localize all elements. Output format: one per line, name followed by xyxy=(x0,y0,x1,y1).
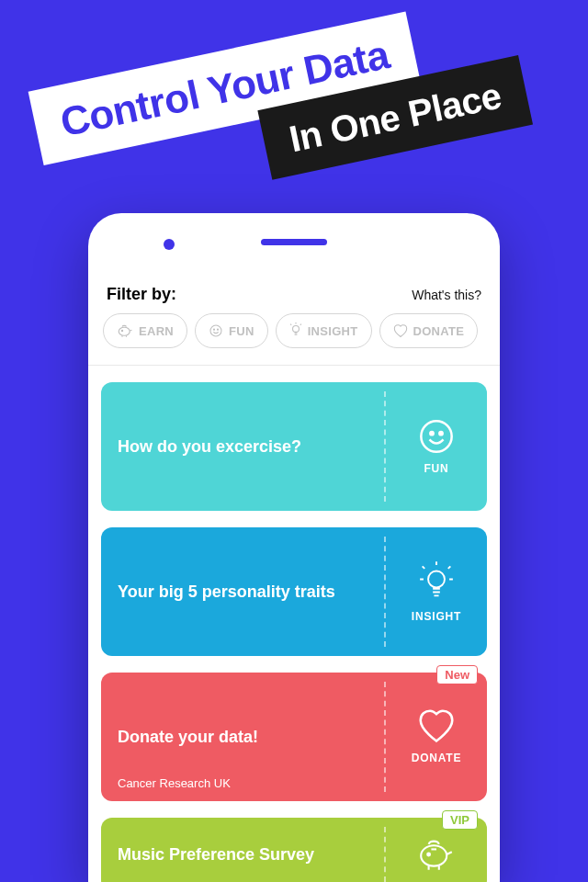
heart-icon xyxy=(417,709,456,744)
card-tag: INSIGHT xyxy=(412,610,461,623)
svg-point-9 xyxy=(428,571,445,588)
filter-label: Filter by: xyxy=(107,285,176,304)
camera-icon xyxy=(164,239,175,250)
chip-label: EARN xyxy=(139,324,174,338)
chip-earn[interactable]: EARN xyxy=(103,313,187,348)
chip-label: DONATE xyxy=(413,324,465,338)
phone-frame: Filter by: What's this? EARN FUN INSIG xyxy=(88,213,500,882)
survey-card[interactable]: New Donate your data! Cancer Research UK… xyxy=(101,673,487,801)
card-title: Donate your data! xyxy=(118,728,368,747)
svg-point-2 xyxy=(210,325,221,336)
chip-fun[interactable]: FUN xyxy=(195,313,268,348)
survey-card[interactable]: VIP Music Preference Survey xyxy=(101,818,487,882)
chip-label: INSIGHT xyxy=(308,324,358,338)
screen-content: Filter by: What's this? EARN FUN INSIG xyxy=(88,254,500,882)
svg-point-1 xyxy=(121,330,122,331)
hero-banner: Control Your Data In One Place xyxy=(28,0,560,226)
chip-donate[interactable]: DONATE xyxy=(379,313,479,348)
svg-point-3 xyxy=(214,329,215,330)
card-subtitle: Cancer Research UK xyxy=(118,776,231,790)
bulb-icon xyxy=(289,322,302,339)
svg-point-0 xyxy=(119,327,130,335)
card-title: Your big 5 personality traits xyxy=(118,582,368,602)
svg-point-4 xyxy=(218,329,219,330)
bulb-icon xyxy=(418,560,455,603)
phone-notch xyxy=(88,213,500,254)
chip-insight[interactable]: INSIGHT xyxy=(276,313,372,348)
piggy-icon xyxy=(417,838,456,871)
badge-new: New xyxy=(436,665,478,684)
card-tag: FUN xyxy=(424,462,448,475)
piggy-icon xyxy=(117,323,133,338)
filter-chips: EARN FUN INSIGHT DONATE xyxy=(101,313,487,365)
smile-icon xyxy=(209,323,223,338)
smile-icon xyxy=(418,418,455,455)
card-tag: DONATE xyxy=(412,752,462,764)
chip-label: FUN xyxy=(229,324,254,338)
survey-card[interactable]: Your big 5 personality traits INSIGHT xyxy=(101,527,487,656)
svg-point-11 xyxy=(427,854,430,856)
survey-card[interactable]: How do you excercise? FUN xyxy=(101,382,487,511)
svg-point-8 xyxy=(439,432,442,435)
heart-icon xyxy=(393,324,408,338)
svg-point-7 xyxy=(430,432,433,435)
badge-vip: VIP xyxy=(442,810,478,830)
speaker-icon xyxy=(261,239,327,245)
card-title: Music Preference Survey xyxy=(118,845,368,865)
whats-this-link[interactable]: What's this? xyxy=(412,288,481,302)
svg-point-5 xyxy=(292,325,299,332)
card-title: How do you excercise? xyxy=(118,437,368,457)
card-list: How do you excercise? FUN Your big 5 per… xyxy=(101,366,487,882)
svg-point-6 xyxy=(421,421,451,451)
